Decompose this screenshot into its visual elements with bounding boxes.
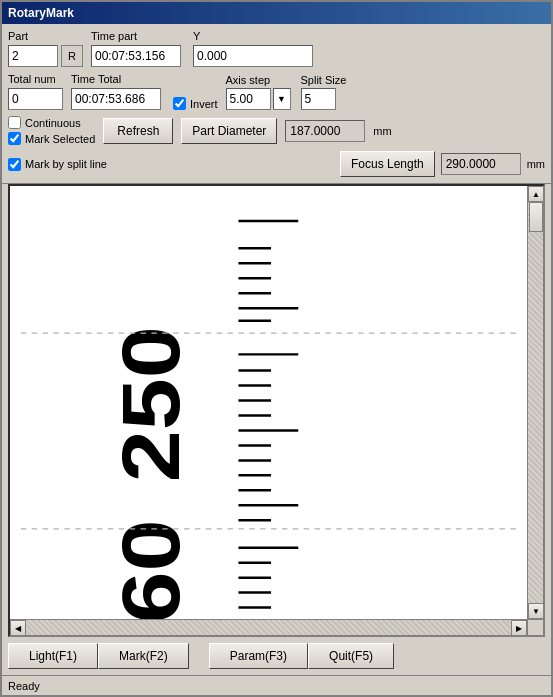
scroll-right-button[interactable]: ▶ (511, 620, 527, 636)
axis-step-input[interactable] (226, 88, 271, 110)
total-num-label: Total num (8, 73, 63, 85)
mark-by-split-line-checkbox[interactable] (8, 158, 21, 171)
scroll-up-button[interactable]: ▲ (528, 186, 544, 202)
status-text: Ready (8, 680, 40, 692)
mark-button[interactable]: Mark(F2) (98, 643, 189, 669)
mark-selected-label[interactable]: Mark Selected (8, 132, 95, 145)
focus-length-mm: mm (527, 158, 545, 170)
invert-label[interactable]: Invert (173, 97, 218, 110)
title-bar: RotaryMark (2, 2, 551, 24)
scroll-left-button[interactable]: ◀ (10, 620, 26, 636)
split-size-group: Split Size (301, 74, 347, 110)
main-window: RotaryMark Part R Time part Y (0, 0, 553, 697)
split-size-label: Split Size (301, 74, 347, 86)
total-num-group: Total num (8, 73, 63, 110)
part-group: Part R (8, 30, 83, 67)
y-group: Y (193, 30, 313, 67)
svg-text:260: 260 (105, 520, 196, 635)
invert-checkbox[interactable] (173, 97, 186, 110)
window-title: RotaryMark (8, 6, 74, 20)
focus-length-value: 290.0000 (441, 153, 521, 175)
ruler-svg: 250 260 (10, 186, 543, 635)
y-label: Y (193, 30, 313, 42)
canvas-area: 250 260 (8, 184, 545, 637)
bottom-buttons: Light(F1) Mark(F2) Param(F3) Quit(F5) (8, 643, 545, 669)
horizontal-scrollbar[interactable]: ◀ ▶ (10, 619, 527, 635)
scroll-track-v (528, 202, 543, 603)
part-diameter-value: 187.0000 (285, 120, 365, 142)
scroll-track-h (26, 620, 511, 635)
quit-button[interactable]: Quit(F5) (308, 643, 394, 669)
svg-text:250: 250 (105, 326, 196, 482)
continuous-label[interactable]: Continuous (8, 116, 95, 129)
focus-length-button[interactable]: Focus Length (340, 151, 435, 177)
time-part-input[interactable] (91, 45, 181, 67)
time-total-label: Time Total (71, 73, 161, 85)
invert-group: Invert (173, 97, 218, 110)
scrollbar-corner (527, 619, 543, 635)
refresh-button[interactable]: Refresh (103, 118, 173, 144)
time-total-group: Time Total (71, 73, 161, 110)
time-part-group: Time part (91, 30, 181, 67)
time-total-input[interactable] (71, 88, 161, 110)
y-input[interactable] (193, 45, 313, 67)
axis-step-group: Axis step ▼ (226, 74, 291, 110)
top-controls: Part R Time part Y Total num T (2, 24, 551, 184)
scroll-down-button[interactable]: ▼ (528, 603, 544, 619)
scroll-thumb-v[interactable] (529, 202, 543, 232)
mark-by-split-line-label[interactable]: Mark by split line (8, 158, 107, 171)
part-diameter-mm: mm (373, 125, 391, 137)
light-button[interactable]: Light(F1) (8, 643, 98, 669)
status-bar: Ready (2, 675, 551, 695)
axis-step-dropdown[interactable]: ▼ (273, 88, 291, 110)
axis-step-label: Axis step (226, 74, 291, 86)
part-r-button[interactable]: R (61, 45, 83, 67)
continuous-checkbox[interactable] (8, 116, 21, 129)
part-label: Part (8, 30, 83, 42)
checkboxes-col: Continuous Mark Selected (8, 116, 95, 145)
vertical-scrollbar[interactable]: ▲ ▼ (527, 186, 543, 619)
param-button[interactable]: Param(F3) (209, 643, 308, 669)
total-num-input[interactable] (8, 88, 63, 110)
part-diameter-button[interactable]: Part Diameter (181, 118, 277, 144)
time-part-label: Time part (91, 30, 181, 42)
part-input[interactable] (8, 45, 58, 67)
ruler-view[interactable]: 250 260 (10, 186, 543, 635)
mark-selected-checkbox[interactable] (8, 132, 21, 145)
split-size-input[interactable] (301, 88, 336, 110)
